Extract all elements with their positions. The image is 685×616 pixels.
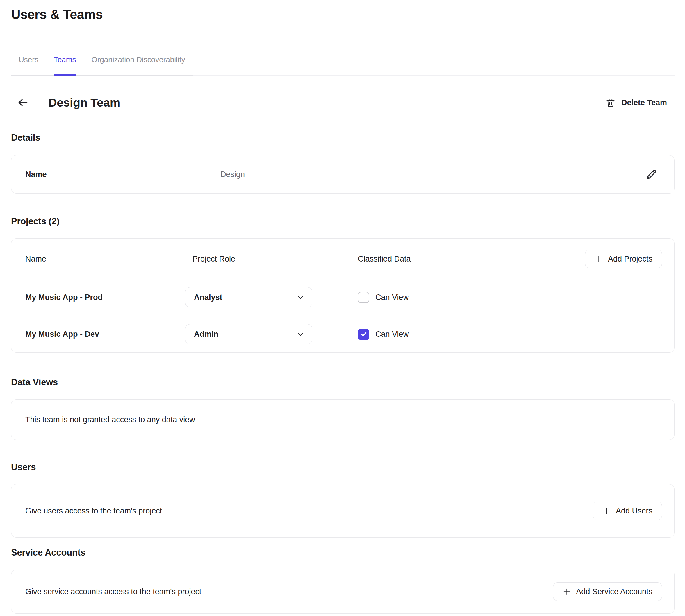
project-role-select[interactable]: Admin (185, 324, 312, 344)
can-view-label: Can View (376, 330, 409, 339)
chevron-down-icon (297, 330, 304, 338)
can-view-checkbox[interactable] (358, 329, 369, 340)
users-description: Give users access to the team's project (25, 506, 593, 515)
data-views-empty-message: This team is not granted access to any d… (25, 415, 195, 424)
projects-card: Name Project Role Classified Data Add Pr… (11, 238, 675, 353)
project-name: My Music App - Dev (25, 330, 185, 339)
pencil-icon (645, 168, 658, 181)
can-view-label: Can View (376, 293, 409, 302)
add-service-accounts-button[interactable]: Add Service Accounts (553, 582, 662, 601)
column-header-project-role: Project Role (185, 255, 358, 264)
project-role-value: Admin (194, 330, 218, 339)
team-title: Design Team (48, 95, 120, 110)
users-and-teams-page: Users & Teams Users Teams Organization D… (0, 0, 685, 614)
tab-users[interactable]: Users (19, 55, 38, 75)
service-accounts-heading: Service Accounts (11, 547, 675, 558)
service-accounts-card: Give service accounts access to the team… (11, 570, 675, 614)
project-role-select[interactable]: Analyst (185, 287, 312, 307)
delete-team-button[interactable]: Delete Team (606, 97, 667, 108)
data-views-card: This team is not granted access to any d… (11, 399, 675, 440)
name-value: Design (220, 170, 645, 179)
users-heading: Users (11, 462, 675, 472)
details-heading: Details (11, 132, 675, 143)
users-card: Give users access to the team's project … (11, 484, 675, 537)
checkmark-icon (360, 330, 367, 338)
team-header: Design Team Delete Team (11, 95, 675, 110)
project-row: My Music App - Dev Admin Can View (11, 315, 674, 352)
plus-icon (563, 588, 571, 596)
name-label: Name (25, 170, 220, 179)
page-title: Users & Teams (11, 7, 675, 22)
projects-table-header: Name Project Role Classified Data Add Pr… (11, 239, 674, 279)
column-header-name: Name (25, 255, 185, 264)
project-name: My Music App - Prod (25, 293, 185, 302)
column-header-classified-data: Classified Data (358, 255, 585, 264)
details-card: Name Design (11, 155, 675, 194)
add-users-label: Add Users (616, 506, 652, 515)
tab-list: Users Teams Organization Discoverability (11, 55, 193, 75)
service-accounts-description: Give service accounts access to the team… (25, 587, 553, 596)
add-projects-button[interactable]: Add Projects (585, 249, 662, 268)
data-views-heading: Data Views (11, 377, 675, 388)
tab-organization-discoverability[interactable]: Organization Discoverability (91, 55, 185, 75)
edit-name-button[interactable] (645, 168, 658, 181)
back-button[interactable] (16, 96, 30, 109)
project-row: My Music App - Prod Analyst Can View (11, 279, 674, 315)
projects-heading: Projects (2) (11, 216, 675, 227)
can-view-checkbox[interactable] (358, 292, 369, 303)
chevron-down-icon (297, 293, 304, 301)
trash-icon (606, 97, 616, 108)
add-service-accounts-label: Add Service Accounts (576, 587, 652, 596)
tab-bar: Users Teams Organization Discoverability (11, 55, 675, 75)
plus-icon (602, 507, 611, 515)
plus-icon (595, 255, 603, 263)
add-users-button[interactable]: Add Users (593, 502, 662, 520)
arrow-left-icon (17, 96, 29, 109)
add-projects-label: Add Projects (608, 255, 652, 264)
delete-team-label: Delete Team (621, 98, 667, 107)
project-role-value: Analyst (194, 293, 222, 302)
tab-teams[interactable]: Teams (54, 55, 76, 75)
